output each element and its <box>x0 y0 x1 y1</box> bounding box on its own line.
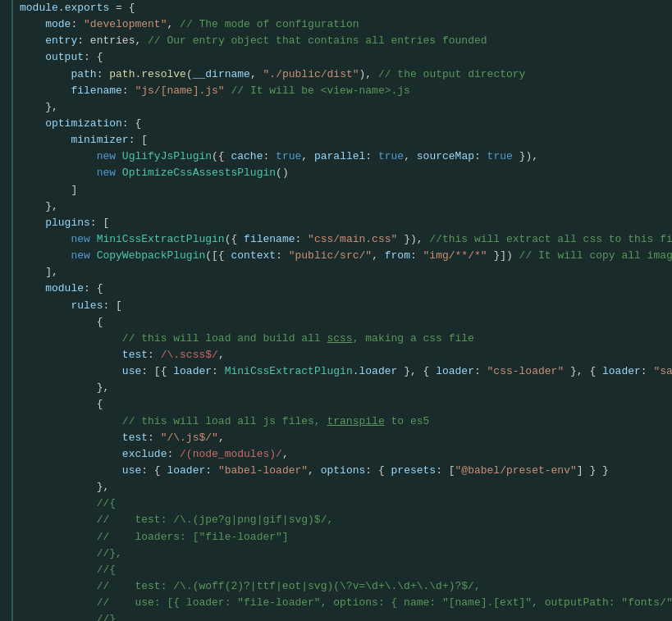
line-number <box>0 595 13 611</box>
code-line: }, <box>0 99 672 116</box>
code-line: output: { <box>0 49 672 66</box>
line-content: ] <box>20 182 665 199</box>
code-line: // loaders: ["file-loader"] <box>0 529 672 546</box>
line-content: module.exports = { <box>20 0 665 16</box>
line-content: plugins: [ <box>20 215 665 231</box>
line-content: }, <box>20 380 665 396</box>
line-number <box>0 199 13 215</box>
line-number <box>0 512 13 528</box>
line-content: ], <box>20 264 665 281</box>
code-line: // use: [{ loader: "file-loader", option… <box>0 595 672 611</box>
line-content: mode: "development", // The mode of conf… <box>20 16 665 33</box>
line-content: { <box>20 314 665 331</box>
line-number <box>0 347 13 363</box>
code-line: }, <box>0 199 672 215</box>
line-content: //} <box>20 611 665 621</box>
code-line: // this will load all js files, transpil… <box>0 413 672 430</box>
code-line: new UglifyJsPlugin({ cache: true, parall… <box>0 148 672 165</box>
line-content: output: { <box>20 49 665 66</box>
line-number <box>0 83 13 99</box>
line-content: use: [{ loader: MiniCssExtractPlugin.loa… <box>20 363 672 380</box>
code-line: }, <box>0 479 672 495</box>
line-content: optimization: { <box>20 116 665 132</box>
line-number <box>0 215 13 231</box>
code-line: ], <box>0 264 672 281</box>
code-line: mode: "development", // The mode of conf… <box>0 16 672 33</box>
line-number <box>0 363 13 380</box>
line-number <box>0 479 13 495</box>
line-number <box>0 116 13 132</box>
line-number <box>0 165 13 181</box>
line-number <box>0 264 13 281</box>
line-number <box>0 49 13 66</box>
line-number <box>0 231 13 248</box>
line-content: // loaders: ["file-loader"] <box>20 529 665 546</box>
line-number <box>0 148 13 165</box>
line-number <box>0 562 13 578</box>
line-number <box>0 529 13 546</box>
line-content: { <box>20 396 665 413</box>
line-number <box>0 430 13 446</box>
line-number <box>0 495 13 512</box>
code-line: use: { loader: "babel-loader", options: … <box>0 463 672 479</box>
code-line: entry: entries, // Our entry object that… <box>0 33 672 49</box>
code-line: module: { <box>0 281 672 297</box>
code-line: use: [{ loader: MiniCssExtractPlugin.loa… <box>0 363 672 380</box>
code-line: //}, <box>0 546 672 562</box>
line-content: entry: entries, // Our entry object that… <box>20 33 665 49</box>
code-line: //{ <box>0 495 672 512</box>
line-content: }, <box>20 479 665 495</box>
code-line: rules: [ <box>0 298 672 314</box>
code-line: ] <box>0 182 672 199</box>
line-number <box>0 463 13 479</box>
line-number <box>0 578 13 595</box>
line-content: }, <box>20 99 665 116</box>
code-line: // test: /\.(jpe?g|png|gif|svg)$/, <box>0 512 672 528</box>
line-content: use: { loader: "babel-loader", options: … <box>20 463 665 479</box>
code-line: new CopyWebpackPlugin([{ context: "publi… <box>0 248 672 264</box>
line-number <box>0 611 13 621</box>
code-line: new OptimizeCssAssestsPlugin() <box>0 165 672 181</box>
line-content: new CopyWebpackPlugin([{ context: "publi… <box>20 248 672 264</box>
line-content: module: { <box>20 281 665 297</box>
line-content: new OptimizeCssAssestsPlugin() <box>20 165 665 181</box>
line-number <box>0 331 13 347</box>
code-line: exclude: /(node_modules)/, <box>0 446 672 463</box>
line-content: // test: /\.(woff(2)?|ttf|eot|svg)(\?v=\… <box>20 578 665 595</box>
code-line: { <box>0 314 672 331</box>
code-line: plugins: [ <box>0 215 672 231</box>
line-number <box>0 248 13 264</box>
line-content: // test: /\.(jpe?g|png|gif|svg)$/, <box>20 512 665 528</box>
code-line: }, <box>0 380 672 396</box>
code-line: path: path.resolve(__dirname, "./public/… <box>0 66 672 83</box>
line-content: //{ <box>20 495 665 512</box>
line-content: filename: "js/[name].js" // It will be <… <box>20 83 665 99</box>
code-line: //{ <box>0 562 672 578</box>
line-content: //{ <box>20 562 665 578</box>
code-line: // test: /\.(woff(2)?|ttf|eot|svg)(\?v=\… <box>0 578 672 595</box>
code-line: new MiniCssExtractPlugin({ filename: "cs… <box>0 231 672 248</box>
code-line: test: /\.scss$/, <box>0 347 672 363</box>
line-number <box>0 16 13 33</box>
line-number <box>0 132 13 148</box>
line-content: test: /\.scss$/, <box>20 347 665 363</box>
code-line: filename: "js/[name].js" // It will be <… <box>0 83 672 99</box>
line-number <box>0 66 13 83</box>
line-number <box>0 314 13 331</box>
line-number <box>0 99 13 116</box>
line-content: //}, <box>20 546 665 562</box>
line-content: test: "/\.js$/", <box>20 430 665 446</box>
line-content: // this will load and build all scss, ma… <box>20 331 665 347</box>
code-editor: module.exports = { mode: "development", … <box>0 0 672 621</box>
line-number <box>0 396 13 413</box>
code-line: minimizer: [ <box>0 132 672 148</box>
line-content: minimizer: [ <box>20 132 665 148</box>
line-number <box>0 413 13 430</box>
line-content: // this will load all js files, transpil… <box>20 413 665 430</box>
line-content: rules: [ <box>20 298 665 314</box>
code-line: optimization: { <box>0 116 672 132</box>
line-number <box>0 0 13 16</box>
line-number <box>0 182 13 199</box>
line-content: path: path.resolve(__dirname, "./public/… <box>20 66 665 83</box>
line-number <box>0 33 13 49</box>
